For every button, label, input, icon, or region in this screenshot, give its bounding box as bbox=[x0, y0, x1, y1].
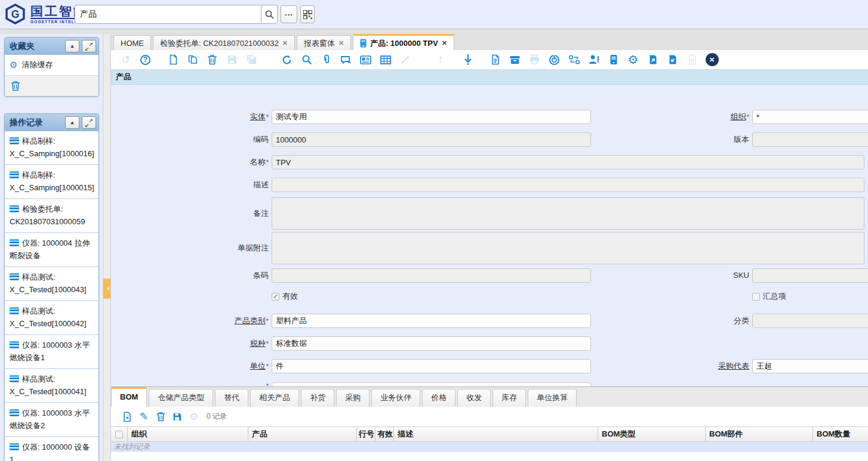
import-file-icon[interactable] bbox=[663, 52, 682, 67]
column-header-org[interactable]: 组织 bbox=[128, 427, 248, 441]
report-icon[interactable] bbox=[356, 52, 375, 67]
expand-icon: ↗↙ bbox=[85, 119, 93, 126]
history-item[interactable]: 检验委托单: CK201807031000059 bbox=[5, 198, 99, 232]
buyer-field[interactable] bbox=[752, 359, 868, 373]
export-file-icon[interactable] bbox=[643, 52, 663, 67]
grid-settings-icon: ⚙ bbox=[189, 412, 199, 422]
help-icon[interactable]: ? bbox=[136, 52, 155, 67]
tax-field[interactable] bbox=[272, 336, 591, 351]
detail-tab-business-partner[interactable]: 业务伙伴 bbox=[371, 389, 420, 407]
archive-icon[interactable] bbox=[505, 52, 525, 67]
detail-tab-substitute[interactable]: 替代 bbox=[215, 389, 248, 407]
chat-icon[interactable] bbox=[336, 52, 356, 67]
tab-home[interactable]: HOME bbox=[113, 35, 151, 50]
field-label-org[interactable]: 组织* bbox=[672, 110, 749, 124]
history-item[interactable]: 样品制样: X_C_Samping[1000015] bbox=[5, 164, 99, 198]
column-header-line-no[interactable]: 行号 bbox=[357, 427, 375, 441]
detail-tab-uom-conversion[interactable]: 单位换算 bbox=[528, 389, 577, 407]
user-request-icon[interactable] bbox=[584, 52, 604, 67]
sku-field bbox=[752, 268, 868, 283]
save-row-icon[interactable] bbox=[172, 412, 183, 422]
category-field[interactable] bbox=[272, 314, 591, 328]
record-icon bbox=[10, 273, 19, 280]
close-window-icon[interactable]: ✕ bbox=[702, 52, 722, 67]
global-search-input[interactable] bbox=[75, 5, 261, 24]
record-icon bbox=[10, 137, 19, 144]
tab-inspection-order[interactable]: 检验委托单: CK201807021000032✕ bbox=[153, 35, 295, 50]
history-item[interactable]: 样品测试: X_C_Tested[1000043] bbox=[5, 266, 99, 300]
entity-field[interactable] bbox=[272, 110, 591, 124]
org-field[interactable] bbox=[752, 110, 868, 124]
window-tabbar: HOME 检验委托单: CK201807021000032✕ 报表窗体✕ 产品:… bbox=[111, 34, 868, 50]
workflow-start-icon[interactable] bbox=[544, 52, 564, 67]
detail-tab-purchasing[interactable]: 采购 bbox=[336, 389, 370, 407]
field-label-tax[interactable]: 税种* bbox=[191, 336, 269, 351]
detail-tab-shipping[interactable]: 收发 bbox=[457, 389, 491, 407]
column-header-product[interactable]: 产品 bbox=[248, 427, 357, 441]
refresh-icon[interactable] bbox=[277, 52, 297, 67]
new-record-icon[interactable] bbox=[163, 52, 183, 67]
detail-tab-inventory[interactable]: 库存 bbox=[493, 389, 526, 407]
detail-tab-warehouse-type[interactable]: 仓储产品类型 bbox=[149, 389, 213, 407]
trash-icon[interactable] bbox=[11, 81, 20, 91]
detail-tab-related-product[interactable]: 相关产品 bbox=[250, 389, 299, 407]
tab-report-window[interactable]: 报表窗体✕ bbox=[297, 35, 351, 50]
workflow-transfer-icon[interactable] bbox=[564, 52, 584, 67]
doc-note-field bbox=[272, 232, 864, 264]
column-header-active[interactable]: 有效 bbox=[375, 427, 394, 441]
favorites-collapse-button[interactable]: ▲ bbox=[65, 40, 79, 52]
history-item[interactable]: 样品制样: X_C_Samping[1000016] bbox=[5, 131, 99, 164]
search-button[interactable] bbox=[261, 5, 278, 24]
history-item[interactable]: 仪器: 1000004 拉伸断裂设备 bbox=[5, 232, 99, 266]
close-icon[interactable]: ✕ bbox=[282, 36, 288, 50]
grid-icon[interactable] bbox=[375, 52, 395, 67]
select-all-column bbox=[111, 427, 128, 441]
record-icon bbox=[10, 171, 19, 178]
history-item[interactable]: 仪器: 1000003 水平燃烧设备2 bbox=[5, 402, 99, 436]
close-icon[interactable]: ✕ bbox=[338, 36, 344, 50]
add-row-icon[interactable] bbox=[122, 412, 133, 422]
splitter-collapse-handle[interactable] bbox=[103, 279, 110, 299]
history-item[interactable]: 样品测试: X_C_Tested[1000042] bbox=[5, 300, 99, 334]
field-label-description: 描述 bbox=[191, 178, 269, 192]
column-header-bom-part[interactable]: BOM部件 bbox=[706, 427, 813, 441]
detail-tab-bom[interactable]: BOM bbox=[111, 387, 147, 407]
sidebar-splitter bbox=[103, 34, 111, 461]
field-label-category[interactable]: 产品类别* bbox=[191, 314, 269, 328]
qr-code-button[interactable] bbox=[300, 5, 315, 23]
history-item[interactable]: 仪器: 1000000 设备1 bbox=[5, 436, 99, 461]
pdf-export-icon[interactable] bbox=[485, 52, 505, 67]
mobile-device-icon[interactable] bbox=[604, 52, 623, 67]
search-icon[interactable] bbox=[297, 52, 316, 67]
tab-product-active[interactable]: 产品: 1000000 TPV✕ bbox=[353, 34, 454, 50]
unit-field[interactable] bbox=[272, 359, 591, 373]
partial-field[interactable] bbox=[272, 382, 591, 386]
field-label-buyer[interactable]: 采购代表 bbox=[672, 359, 749, 373]
history-item[interactable]: 样品测试: X_C_Tested[1000041] bbox=[5, 368, 99, 402]
detail-record-icon[interactable] bbox=[458, 52, 478, 67]
more-options-button[interactable]: ... bbox=[281, 5, 297, 23]
delete-record-icon[interactable] bbox=[202, 52, 222, 67]
parent-record-icon: ↑ bbox=[430, 52, 450, 67]
history-item[interactable]: 仪器: 1000003 水平燃烧设备1 bbox=[5, 334, 99, 368]
detail-tab-price[interactable]: 价格 bbox=[422, 389, 455, 407]
favorites-item-clear-cache[interactable]: ⚙ 清除缓存 bbox=[5, 55, 99, 75]
detail-tab-replenish[interactable]: 补货 bbox=[301, 389, 334, 407]
copy-record-icon[interactable] bbox=[183, 52, 202, 67]
select-all-checkbox[interactable] bbox=[115, 431, 123, 438]
favorites-expand-button[interactable]: ↗↙ bbox=[82, 40, 96, 52]
column-header-bom-type[interactable]: BOM类型 bbox=[598, 427, 706, 441]
history-expand-button[interactable]: ↗↙ bbox=[82, 116, 96, 129]
edit-row-icon[interactable]: ✎ bbox=[138, 412, 149, 422]
column-header-bom-qty[interactable]: BOM数量 bbox=[813, 427, 868, 441]
field-label-unit[interactable]: 单位* bbox=[191, 359, 269, 373]
delete-row-icon[interactable] bbox=[155, 412, 166, 422]
summary-checkbox bbox=[752, 293, 760, 301]
column-header-description[interactable]: 描述 bbox=[394, 427, 598, 441]
history-collapse-button[interactable]: ▲ bbox=[65, 116, 79, 129]
attachment-icon[interactable] bbox=[316, 52, 336, 67]
settings-icon[interactable]: ⚙ bbox=[623, 52, 643, 67]
close-icon[interactable]: ✕ bbox=[442, 36, 447, 50]
ellipsis-icon: ... bbox=[285, 8, 293, 17]
field-label-entity[interactable]: 实体* bbox=[191, 110, 269, 124]
